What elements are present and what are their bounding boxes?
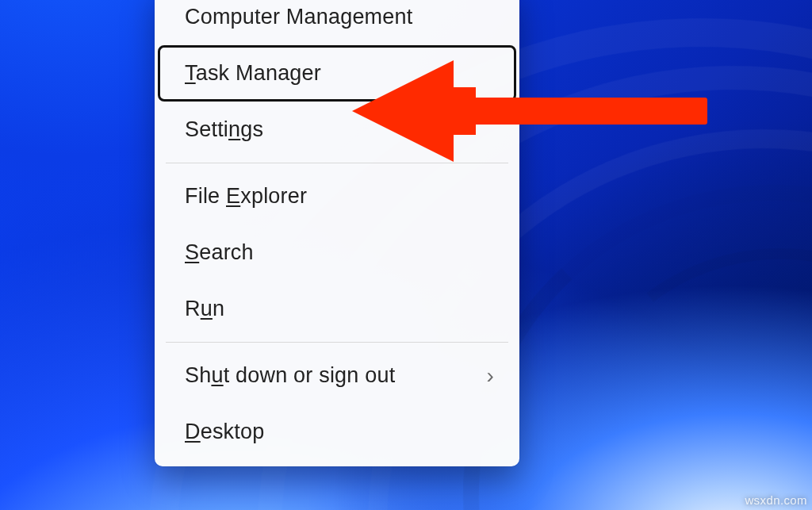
watermark-text: wsxdn.com	[745, 493, 807, 507]
menu-item-shut-down-or-sign-out[interactable]: Shut down or sign out›	[158, 347, 516, 404]
menu-item-label: File Explorer	[185, 184, 307, 209]
menu-item-label: Desktop	[185, 420, 264, 444]
menu-item-search[interactable]: Search	[158, 224, 516, 281]
chevron-right-icon: ›	[486, 365, 494, 387]
menu-separator	[166, 342, 508, 343]
menu-item-label: Settings	[185, 117, 263, 142]
menu-item-label: Run	[185, 297, 224, 321]
menu-item-label: Task Manager	[185, 61, 321, 86]
annotation-arrow	[349, 56, 714, 167]
svg-rect-0	[438, 98, 707, 125]
menu-item-desktop[interactable]: Desktop	[158, 404, 516, 460]
menu-item-file-explorer[interactable]: File Explorer	[158, 168, 516, 224]
menu-item-label: Shut down or sign out	[185, 363, 395, 388]
menu-item-label: Computer Management	[185, 5, 412, 29]
svg-marker-1	[352, 60, 476, 162]
menu-item-run[interactable]: Run	[158, 281, 516, 337]
menu-item-computer-management[interactable]: Computer Management	[158, 0, 516, 45]
menu-item-label: Search	[185, 240, 254, 265]
